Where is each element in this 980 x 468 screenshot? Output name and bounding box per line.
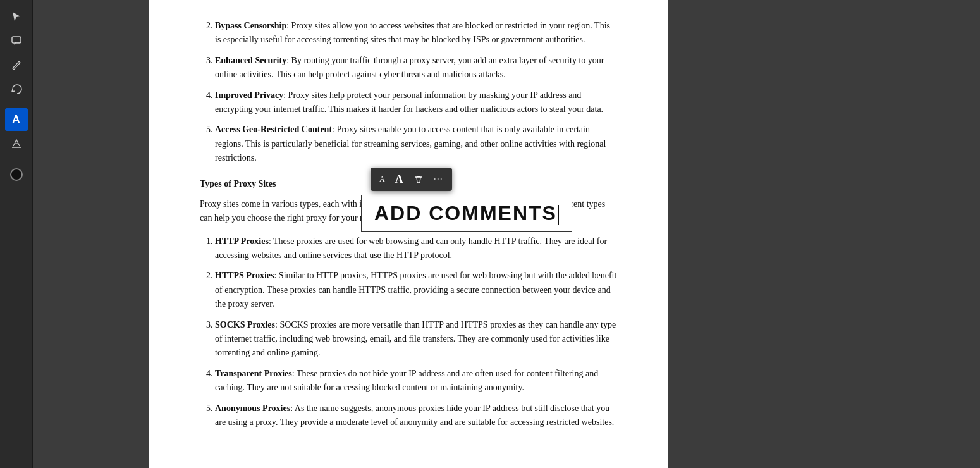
- separator-1: [7, 104, 26, 104]
- add-comments-textbox[interactable]: ADD COMMENTS: [361, 195, 572, 232]
- list-item: Bypass Censorship: Proxy sites allow you…: [215, 19, 617, 47]
- more-options-button[interactable]: ···: [431, 173, 446, 187]
- comment-tool[interactable]: [5, 29, 28, 52]
- text-tool[interactable]: A: [5, 108, 28, 131]
- main-area: Bypass Censorship: Proxy sites allow you…: [33, 0, 980, 468]
- proxy-types-list: HTTP Proxies: These proxies are used for…: [215, 235, 617, 430]
- delete-text-button[interactable]: [411, 173, 426, 186]
- increase-font-button[interactable]: A: [393, 171, 406, 187]
- list-item: Anonymous Proxies: As the name suggests,…: [215, 402, 617, 430]
- left-toolbar: A: [0, 0, 33, 468]
- separator-2: [7, 159, 26, 159]
- cursor-tool[interactable]: [5, 5, 28, 28]
- list-item: HTTPS Proxies: Similar to HTTP proxies, …: [215, 269, 617, 311]
- pen-tool[interactable]: [5, 53, 28, 76]
- circle-tool[interactable]: [5, 163, 28, 186]
- list-item: Transparent Proxies: These proxies do no…: [215, 367, 617, 395]
- list-item: Enhanced Security: By routing your traff…: [215, 54, 617, 82]
- decrease-font-button[interactable]: A: [377, 173, 388, 185]
- highlight-tool[interactable]: [5, 132, 28, 155]
- text-selection-toolbar: A A ···: [371, 168, 452, 191]
- list-item: Improved Privacy: Proxy sites help prote…: [215, 89, 617, 117]
- intro-list: Bypass Censorship: Proxy sites allow you…: [215, 19, 617, 166]
- document-page: Bypass Censorship: Proxy sites allow you…: [149, 0, 668, 468]
- list-item: HTTP Proxies: These proxies are used for…: [215, 235, 617, 263]
- list-item: Access Geo-Restricted Content: Proxy sit…: [215, 123, 617, 165]
- text-cursor: [558, 205, 559, 225]
- list-item: SOCKS Proxies: SOCKS proxies are more ve…: [215, 318, 617, 360]
- eraser-tool[interactable]: [5, 77, 28, 100]
- add-comments-text: ADD COMMENTS: [374, 202, 557, 225]
